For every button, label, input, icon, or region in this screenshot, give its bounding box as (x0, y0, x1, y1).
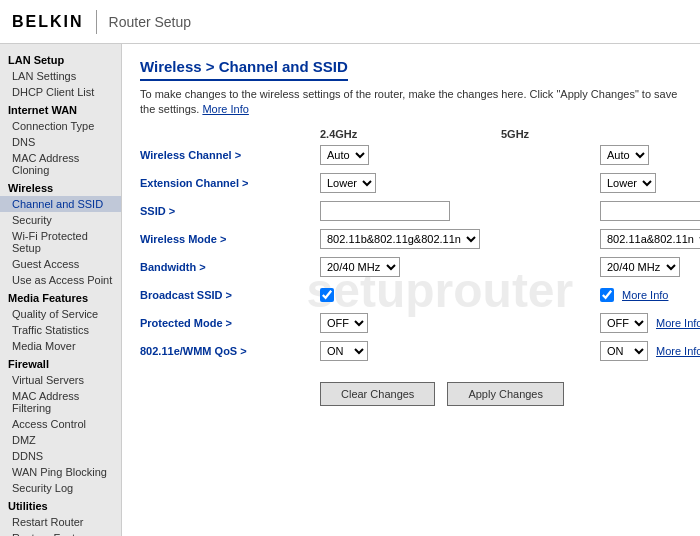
more-info-link-7[interactable]: More Info (656, 345, 700, 357)
setting-controls-4: 20/40 MHz20 MHz20/40 MHz20 MHz (320, 257, 700, 277)
button-row: Clear Changes Apply Changes (320, 382, 682, 406)
apply-changes-button[interactable]: Apply Changes (447, 382, 564, 406)
sidebar-section-firewall: Firewall (0, 354, 121, 372)
more-info-link-5[interactable]: More Info (622, 289, 668, 301)
col2-group-1: LowerUpper (600, 173, 700, 193)
setting-controls-0: AutoAuto (320, 145, 700, 165)
col1-select-0[interactable]: Auto (320, 145, 369, 165)
sidebar-item-connection-type[interactable]: Connection Type (0, 118, 121, 134)
sidebar-item-dmz[interactable]: DMZ (0, 432, 121, 448)
setting-label-0: Wireless Channel > (140, 149, 320, 161)
sidebar-item-security[interactable]: Security (0, 212, 121, 228)
col1-group-4: 20/40 MHz20 MHz (320, 257, 520, 277)
col2-select-7[interactable]: ONOFF (600, 341, 648, 361)
col2-select-3[interactable]: 802.11a&802.11n (600, 229, 700, 249)
clear-changes-button[interactable]: Clear Changes (320, 382, 435, 406)
col1-group-0: Auto (320, 145, 520, 165)
more-info-link-6[interactable]: More Info (656, 317, 700, 329)
sidebar-item-ddns[interactable]: DDNS (0, 448, 121, 464)
setting-row-0: Wireless Channel >AutoAuto (140, 144, 682, 166)
sidebar-item-dns[interactable]: DNS (0, 134, 121, 150)
sidebar-item-dhcp-client-list[interactable]: DHCP Client List (0, 84, 121, 100)
sidebar-item-access-control[interactable]: Access Control (0, 416, 121, 432)
setting-label-7: 802.11e/WMM QoS > (140, 345, 320, 357)
setting-controls-7: ONOFFONOFFMore Info (320, 341, 700, 361)
setting-label-3: Wireless Mode > (140, 233, 320, 245)
setting-row-6: Protected Mode >OFFONOFFONMore Info (140, 312, 682, 334)
sidebar-item-lan-settings[interactable]: LAN Settings (0, 68, 121, 84)
header: BELKIN Router Setup (0, 0, 700, 44)
setting-row-1: Extension Channel >LowerUpperLowerUpper (140, 172, 682, 194)
col2-group-2 (600, 201, 700, 221)
sidebar-item-security-log[interactable]: Security Log (0, 480, 121, 496)
col2-select-4[interactable]: 20/40 MHz20 MHz (600, 257, 680, 277)
col2-group-5: More Info (600, 288, 700, 302)
col2-group-3: 802.11a&802.11nMore Info (600, 229, 700, 249)
col-headers: 2.4GHz 5GHz (320, 128, 682, 140)
page-title: Wireless > Channel and SSID (140, 58, 348, 81)
setting-controls-1: LowerUpperLowerUpper (320, 173, 700, 193)
setting-label-1: Extension Channel > (140, 177, 320, 189)
col-header-24ghz: 2.4GHz (320, 128, 501, 140)
col1-group-2 (320, 201, 520, 221)
setting-row-7: 802.11e/WMM QoS >ONOFFONOFFMore Info (140, 340, 682, 362)
sidebar-item-use-as-access-point[interactable]: Use as Access Point (0, 272, 121, 288)
setting-controls-2 (320, 201, 700, 221)
logo: BELKIN (12, 13, 84, 31)
sidebar-item-restore-factory-defaults[interactable]: Restore Factory Defaults (0, 530, 121, 536)
settings-area: Wireless > Channel and SSID To make chan… (140, 58, 682, 406)
sidebar-item-restart-router[interactable]: Restart Router (0, 514, 121, 530)
setting-controls-3: 802.11b&802.11g&802.11n802.11a&802.11nMo… (320, 229, 700, 249)
col1-checkbox-5[interactable] (320, 288, 334, 302)
col-header-5ghz: 5GHz (501, 128, 682, 140)
sidebar-section-utilities: Utilities (0, 496, 121, 514)
setting-row-2: SSID > (140, 200, 682, 222)
sidebar-item-mac-address-filtering[interactable]: MAC Address Filtering (0, 388, 121, 416)
col2-checkbox-5[interactable] (600, 288, 614, 302)
sidebar-section-internet-wan: Internet WAN (0, 100, 121, 118)
setting-label-5: Broadcast SSID > (140, 289, 320, 301)
col1-group-1: LowerUpper (320, 173, 520, 193)
col1-text-2[interactable] (320, 201, 450, 221)
sidebar-item-virtual-servers[interactable]: Virtual Servers (0, 372, 121, 388)
main-content: setuprouter Wireless > Channel and SSID … (122, 44, 700, 536)
sidebar-item-quality-of-service[interactable]: Quality of Service (0, 306, 121, 322)
sidebar-item-mac-address-cloning[interactable]: MAC Address Cloning (0, 150, 121, 178)
sidebar: LAN SetupLAN SettingsDHCP Client ListInt… (0, 44, 122, 536)
col2-select-1[interactable]: LowerUpper (600, 173, 656, 193)
col2-group-4: 20/40 MHz20 MHz (600, 257, 700, 277)
settings-rows: Wireless Channel >AutoAutoExtension Chan… (140, 144, 682, 362)
setting-row-4: Bandwidth >20/40 MHz20 MHz20/40 MHz20 MH… (140, 256, 682, 278)
sidebar-item-media-mover[interactable]: Media Mover (0, 338, 121, 354)
col2-text-2[interactable] (600, 201, 700, 221)
setting-label-2: SSID > (140, 205, 320, 217)
sidebar-section-media-features: Media Features (0, 288, 121, 306)
col2-group-0: Auto (600, 145, 700, 165)
col2-select-6[interactable]: OFFON (600, 313, 648, 333)
setting-controls-5: More Info (320, 288, 700, 302)
sidebar-item-traffic-statistics[interactable]: Traffic Statistics (0, 322, 121, 338)
sidebar-item-channel-and-ssid[interactable]: Channel and SSID (0, 196, 121, 212)
sidebar-item-wan-ping-blocking[interactable]: WAN Ping Blocking (0, 464, 121, 480)
col1-select-1[interactable]: LowerUpper (320, 173, 376, 193)
col2-group-7: ONOFFMore Info (600, 341, 700, 361)
col2-select-0[interactable]: Auto (600, 145, 649, 165)
col1-select-3[interactable]: 802.11b&802.11g&802.11n (320, 229, 480, 249)
col1-group-7: ONOFF (320, 341, 520, 361)
setting-row-5: Broadcast SSID >More Info (140, 284, 682, 306)
sidebar-item-wi-fi-protected-setup[interactable]: Wi-Fi Protected Setup (0, 228, 121, 256)
col1-group-6: OFFON (320, 313, 520, 333)
col1-select-4[interactable]: 20/40 MHz20 MHz (320, 257, 400, 277)
col1-group-5 (320, 288, 520, 302)
col1-select-6[interactable]: OFFON (320, 313, 368, 333)
col1-group-3: 802.11b&802.11g&802.11n (320, 229, 520, 249)
setting-label-4: Bandwidth > (140, 261, 320, 273)
sidebar-item-guest-access[interactable]: Guest Access (0, 256, 121, 272)
description-more-info[interactable]: More Info (202, 103, 248, 115)
description: To make changes to the wireless settings… (140, 87, 682, 118)
col1-select-7[interactable]: ONOFF (320, 341, 368, 361)
header-title: Router Setup (109, 14, 192, 30)
col2-group-6: OFFONMore Info (600, 313, 700, 333)
setting-row-3: Wireless Mode >802.11b&802.11g&802.11n80… (140, 228, 682, 250)
sidebar-section-wireless: Wireless (0, 178, 121, 196)
